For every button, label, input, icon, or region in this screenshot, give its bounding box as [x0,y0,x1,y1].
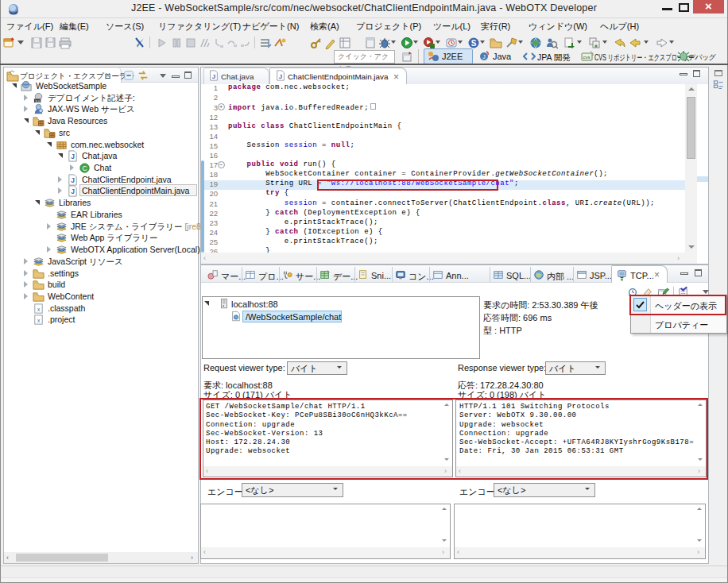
svg-text:J: J [72,176,76,184]
svg-text:J: J [279,73,282,80]
svg-text:J: J [72,153,76,161]
svg-text:S: S [471,39,477,48]
svg-text:J: J [212,73,215,80]
svg-text:x: x [37,317,40,324]
svg-text:C: C [82,164,87,172]
svg-text:cvs: cvs [583,55,591,60]
svg-text:x: x [37,305,40,312]
svg-text:J: J [482,54,486,60]
svg-text:J: J [72,188,76,196]
svg-text:3.0: 3.0 [35,98,41,102]
